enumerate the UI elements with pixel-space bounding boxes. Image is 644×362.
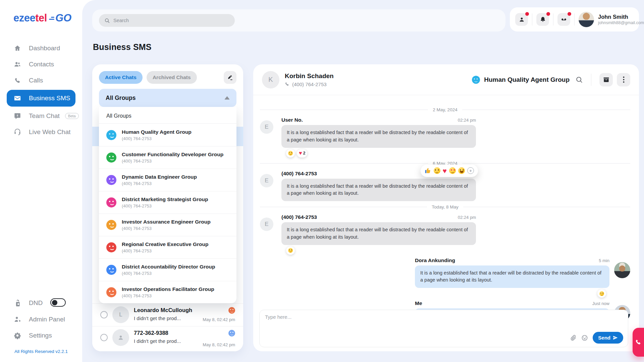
- sidebar-item-label: Team Chat: [29, 112, 60, 120]
- thumbs-up-icon[interactable]: [425, 167, 431, 174]
- gear-icon: [13, 331, 21, 340]
- voicemail-button[interactable]: [557, 13, 570, 26]
- heart-emoji-icon[interactable]: ♥: [443, 167, 447, 174]
- add-reaction-icon[interactable]: +: [467, 167, 474, 174]
- sender-avatar: E: [260, 120, 273, 134]
- sidebar-item-live-web-chat[interactable]: Live Web Chat: [0, 124, 82, 140]
- group-name: District Marketing Strategist Group: [122, 196, 208, 202]
- group-phone: (400) 764-2753: [122, 203, 208, 208]
- message-reactions: [415, 289, 606, 298]
- sidebar-item-label: Calls: [29, 77, 43, 84]
- group-option[interactable]: Investor Assurance Engineer Group (400) …: [99, 214, 236, 236]
- chat-list-item[interactable]: L Leonardo McCullough I didn't get the p…: [92, 303, 243, 326]
- sidebar-nav: Dashboard Contacts Calls Business SMS: [0, 40, 82, 140]
- chat-select-radio[interactable]: [100, 311, 108, 318]
- sidebar-item-admin-panel[interactable]: Admin Panel: [0, 311, 82, 327]
- live-web-chat-icon: [13, 128, 21, 136]
- smile-reaction[interactable]: [286, 246, 295, 255]
- group-name: Investor Operations Facilitator Group: [122, 286, 214, 292]
- sidebar-item-settings[interactable]: Settings: [0, 327, 82, 344]
- group-option[interactable]: District Marketing Strategist Group (400…: [99, 191, 236, 214]
- emoji-smiley-icon[interactable]: [581, 335, 588, 341]
- archive-chat-button[interactable]: [599, 73, 613, 86]
- sidebar-item-contacts[interactable]: Contacts: [0, 56, 82, 72]
- group-option[interactable]: Investor Operations Facilitator Group (4…: [99, 281, 236, 303]
- chat-preview: I didn't get the prod...: [134, 315, 192, 321]
- incoming-message: E (400) 764-2753 02:24 pm ♥: [260, 171, 630, 201]
- outgoing-message: Dora Ankunding 5 min It is a long establ…: [260, 257, 630, 299]
- message-time: Just now: [592, 301, 609, 306]
- chevron-up-icon: [224, 96, 230, 100]
- group-badge-icon: [106, 242, 116, 252]
- chat-select-radio[interactable]: [100, 334, 108, 341]
- smile-reaction[interactable]: [286, 149, 295, 158]
- chat-list-item[interactable]: 772-362-9388 I didn't get the prod... Ma…: [92, 326, 243, 351]
- notifications-bell-button[interactable]: [536, 13, 549, 26]
- sender-avatar: E: [260, 174, 273, 187]
- group-name: Dynamic Data Engineer Group: [122, 174, 197, 180]
- sender-name: (400) 764-2753: [281, 214, 317, 220]
- logo-part-ezee: ezee: [13, 12, 35, 24]
- sidebar-item-label: Contacts: [29, 61, 54, 68]
- chat-avatar: [112, 329, 129, 346]
- message-composer[interactable]: Type here... Send: [259, 310, 628, 347]
- tab-archived-chats[interactable]: Archived Chats: [147, 71, 197, 84]
- message-time: 5 min: [599, 258, 609, 263]
- send-button[interactable]: Send: [593, 332, 623, 344]
- more-menu-button[interactable]: [617, 73, 630, 86]
- tab-active-chats[interactable]: Active Chats: [99, 71, 143, 84]
- conversation-search-icon[interactable]: [576, 76, 583, 83]
- sidebar-item-business-sms[interactable]: Business SMS: [7, 90, 75, 107]
- group-badge-icon: [106, 175, 116, 185]
- message-bubble: It is a long established fact that a rea…: [415, 265, 609, 288]
- sidebar-item-label: Live Web Chat: [29, 128, 70, 136]
- group-filter-value: All Groups: [106, 95, 136, 102]
- group-badge-icon: [472, 76, 480, 84]
- sidebar-item-dashboard[interactable]: Dashboard: [0, 40, 82, 56]
- emoji-reaction-picker: ♥ +: [421, 165, 478, 177]
- phone-icon: [13, 76, 21, 84]
- group-badge-icon: [106, 130, 116, 140]
- chat-group-badge-icon: [228, 330, 235, 337]
- logo-speed-lines-icon: [49, 16, 54, 21]
- date-separator: 2 May, 2024: [260, 107, 630, 112]
- dropdown-option-all-groups[interactable]: All Groups: [99, 107, 236, 124]
- laughing-emoji-icon[interactable]: [458, 167, 465, 174]
- sidebar-item-calls[interactable]: Calls: [0, 72, 82, 88]
- group-badge-icon: [106, 287, 116, 297]
- group-phone: (400) 764-2753: [122, 181, 197, 186]
- compose-button[interactable]: [224, 71, 236, 84]
- home-icon: [13, 44, 21, 52]
- group-option[interactable]: District Accountability Director Group (…: [99, 258, 236, 281]
- user-avatar[interactable]: [579, 12, 594, 27]
- floating-call-button[interactable]: [633, 328, 644, 357]
- heart-eyes-emoji-icon[interactable]: [449, 167, 456, 174]
- heart-reaction[interactable]: ♥2: [297, 149, 307, 158]
- group-option[interactable]: Dynamic Data Engineer Group (400) 764-27…: [99, 169, 236, 191]
- smile-reaction[interactable]: [597, 289, 606, 298]
- chat-name: Leonardo McCullough: [134, 307, 192, 313]
- chat-name: 772-362-9388: [134, 330, 181, 336]
- search-input[interactable]: Search: [99, 14, 235, 27]
- contacts-shortcut-button[interactable]: [515, 13, 528, 26]
- sidebar: ezeetel GO Dashboard Contacts Calls: [0, 0, 82, 362]
- group-option[interactable]: Human Quality Agent Group (400) 764-2753: [99, 124, 236, 146]
- chat-avatar: L: [112, 306, 129, 323]
- dnd-toggle[interactable]: [50, 298, 66, 307]
- logo-part-tel: tel: [35, 12, 47, 24]
- group-filter-select[interactable]: All Groups: [99, 89, 236, 107]
- sidebar-item-team-chat[interactable]: Team Chat Beta: [0, 108, 82, 124]
- sidebar-item-label: Settings: [29, 332, 52, 339]
- conversation-panel: K Korbin Schaden (400) 764-2753 Human Qu…: [253, 64, 639, 351]
- contacts-icon: [13, 60, 21, 68]
- group-option[interactable]: Customer Functionality Developer Group (…: [99, 146, 236, 169]
- attachment-paperclip-icon[interactable]: [570, 335, 577, 341]
- conversation-group-name: Human Quality Agent Group: [484, 76, 570, 83]
- message-reactions: ♥2: [286, 149, 476, 158]
- smile-emoji-icon[interactable]: [434, 167, 440, 174]
- group-name: Customer Functionality Developer Group: [122, 152, 223, 158]
- group-option[interactable]: Regional Creative Executive Group (400) …: [99, 236, 236, 258]
- group-name: Investor Assurance Engineer Group: [122, 219, 211, 225]
- sender-name: User No.: [281, 117, 303, 123]
- group-phone: (400) 764-2753: [122, 271, 215, 276]
